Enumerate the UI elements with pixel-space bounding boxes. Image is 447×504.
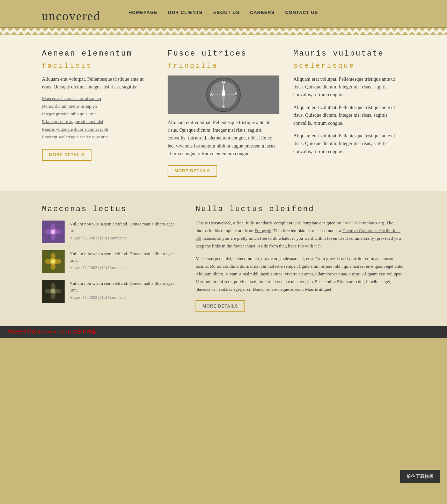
col3-para1: Aliquam erat volutpat. Pellentesque tris… — [293, 75, 405, 99]
intro-end2: license, so you are pretty much free to … — [196, 236, 401, 249]
intro-end: . This free template is released under a — [271, 228, 343, 233]
col2-subtitle: fringilla — [168, 62, 279, 70]
bottom-right-title: Nulla luctus eleifend — [196, 205, 405, 214]
site-logo: uncovered — [42, 9, 101, 23]
col1-link-3[interactable]: Integer gravida nibh quis urna — [42, 111, 97, 116]
bottom-left: Maecenas lectus Nullam non wisi a s — [42, 205, 182, 312]
zigzag-divider — [0, 28, 447, 35]
nav-about-us[interactable]: ABOUT US — [213, 10, 240, 15]
svg-point-21 — [51, 263, 56, 270]
svg-point-17 — [51, 230, 55, 234]
col3-para2: Aliquam erat volutpat. Pellentesque tris… — [293, 104, 405, 127]
news-thumb-3 — [42, 280, 65, 303]
section-col3: Mauris vulputate scelerisque Aliquam era… — [293, 49, 405, 177]
news-item-2: Nullam non wisi a sem eleifend. Donec ma… — [42, 250, 182, 273]
news-meta-3: August 11, 2002 | (10) Comments — [69, 295, 182, 300]
news-text-2: Nullam non wisi a sem eleifend. Donec ma… — [69, 250, 182, 271]
col3-para3: Aliquam erat volutpat. Pellentesque tris… — [293, 132, 405, 156]
list-item: Mauris vulputate dolor sit amet nibh — [42, 127, 154, 132]
list-item: Praesent scelerisque scelerisque erat — [42, 134, 154, 140]
svg-point-22 — [45, 259, 52, 264]
compass-image: N S E W — [168, 75, 279, 114]
bottom-right: Nulla luctus eleifend This is Uncovered … — [196, 205, 405, 312]
svg-point-10 — [222, 93, 225, 96]
bottom-section: Maecenas lectus Nullam non wisi a s — [0, 191, 447, 326]
col1-link-4[interactable]: Etiam posuere augue sit amet nisl — [42, 119, 103, 124]
col1-body: Aliquam erat volutpat. Pellentesque tris… — [42, 75, 154, 91]
col1-link-5[interactable]: Mauris vulputate dolor sit amet nibh — [42, 127, 108, 132]
col1-link-2[interactable]: Donec dictum metus in sapien — [42, 103, 97, 109]
col1-more-btn[interactable]: MORE DETAILS — [42, 149, 91, 161]
bottom-left-title: Maecenas lectus — [42, 205, 182, 214]
main-nav: HOMEPAGE OUR CLIENTS ABOUT US CAREERS CO… — [129, 10, 329, 18]
col3-subtitle: scelerisque — [293, 62, 405, 70]
link-freecss[interactable]: FreeCSSTemplates.org — [342, 220, 384, 225]
section-col2: Fusce ultrices fringilla N S E W — [168, 49, 279, 177]
compass-svg: N S E W — [206, 77, 241, 112]
brand-name: Uncovered — [209, 220, 230, 225]
list-item: Integer gravida nibh quis urna — [42, 111, 154, 117]
intro-pre: This is — [196, 220, 209, 225]
news-item-1: Nullam non wisi a sem eleifend. Donec ma… — [42, 221, 182, 243]
col1-title: Aenean elementum — [42, 49, 154, 59]
section-col1: Aenean elementum facilisis Aliquam erat … — [42, 49, 154, 177]
link-fotogrph[interactable]: Fotogrph — [255, 228, 271, 233]
list-item: Maecenas luctus lectus at sapien — [42, 96, 154, 101]
bottom-right-body2: Maecenas pede nisl, elementum eu, ornare… — [196, 255, 405, 293]
svg-point-30 — [54, 289, 61, 294]
news-text-1: Nullam non wisi a sem eleifend. Donec ma… — [69, 221, 182, 241]
col1-link-1[interactable]: Maecenas luctus lectus at sapien — [42, 96, 101, 101]
bottom-more-btn[interactable]: MORE DETAILS — [196, 300, 245, 312]
flower-svg-2 — [42, 250, 65, 273]
svg-point-20 — [51, 253, 56, 260]
col2-more-btn[interactable]: MORE DETAILS — [168, 165, 217, 177]
svg-point-29 — [45, 289, 52, 294]
news-thumb-1 — [42, 221, 65, 243]
news-thumb-2 — [42, 250, 65, 273]
bottom-right-intro: This is Uncovered , a free, fully standa… — [196, 219, 405, 250]
footer-bar: 访问仙草社区bbs.xenlao.com获得更多内容 — [0, 326, 447, 338]
svg-point-24 — [51, 259, 55, 264]
col1-links: Maecenas luctus lectus at sapien Donec d… — [42, 96, 154, 140]
col2-body: Aliquam erat volutpat. Pellentesque tris… — [168, 119, 279, 158]
flower-svg-1 — [42, 221, 65, 243]
col2-title: Fusce ultrices — [168, 49, 279, 59]
svg-point-27 — [51, 283, 56, 290]
nav-careers[interactable]: CAREERS — [250, 10, 275, 15]
col3-title: Mauris vulputate — [293, 49, 405, 59]
svg-point-16 — [54, 229, 61, 234]
nav-contact-us[interactable]: CONTACT US — [285, 10, 318, 15]
footer-link[interactable]: 访问仙草社区bbs.xenlao.com获得更多内容 — [7, 329, 96, 334]
svg-point-23 — [54, 259, 61, 264]
flower-svg-3 — [42, 280, 65, 303]
svg-point-28 — [51, 293, 56, 300]
svg-point-15 — [45, 229, 52, 234]
nav-homepage[interactable]: HOMEPAGE — [129, 10, 157, 15]
intro-mid: , a free, fully standards-compliant CSS … — [230, 220, 342, 225]
news-meta-2: August 11, 2002 | (10) Comments — [69, 265, 182, 271]
svg-point-13 — [51, 223, 56, 230]
svg-point-14 — [51, 233, 56, 240]
news-text-3: Nullam non wisi a sem eleifend. Donec ma… — [69, 280, 182, 300]
nav-our-clients[interactable]: OUR CLIENTS — [168, 10, 203, 15]
news-item-3: Nullam non wisi a sem eleifend. Donec ma… — [42, 280, 182, 303]
news-meta-1: August 11, 2002 | (10) Comments — [69, 236, 182, 241]
col1-subtitle: facilisis — [42, 62, 154, 70]
list-item: Donec dictum metus in sapien — [42, 103, 154, 109]
col1-link-6[interactable]: Praesent scelerisque scelerisque erat — [42, 134, 108, 139]
list-item: Etiam posuere augue sit amet nisl — [42, 119, 154, 124]
svg-point-31 — [51, 289, 55, 293]
